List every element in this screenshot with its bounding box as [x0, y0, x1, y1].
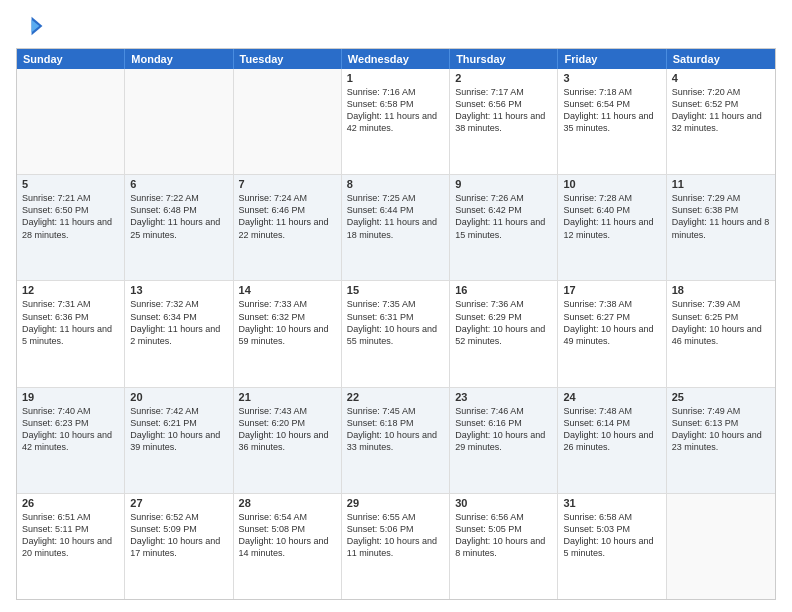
calendar-page: SundayMondayTuesdayWednesdayThursdayFrid… [0, 0, 792, 612]
calendar-cell: 11Sunrise: 7:29 AM Sunset: 6:38 PM Dayli… [667, 175, 775, 280]
calendar-cell: 4Sunrise: 7:20 AM Sunset: 6:52 PM Daylig… [667, 69, 775, 174]
day-number: 28 [239, 497, 336, 509]
calendar-row: 26Sunrise: 6:51 AM Sunset: 5:11 PM Dayli… [17, 494, 775, 599]
day-number: 24 [563, 391, 660, 403]
logo-icon [16, 12, 44, 40]
day-number: 19 [22, 391, 119, 403]
day-number: 8 [347, 178, 444, 190]
calendar-cell: 25Sunrise: 7:49 AM Sunset: 6:13 PM Dayli… [667, 388, 775, 493]
calendar-cell: 10Sunrise: 7:28 AM Sunset: 6:40 PM Dayli… [558, 175, 666, 280]
cell-detail: Sunrise: 7:32 AM Sunset: 6:34 PM Dayligh… [130, 298, 227, 347]
calendar: SundayMondayTuesdayWednesdayThursdayFrid… [16, 48, 776, 600]
cell-detail: Sunrise: 7:26 AM Sunset: 6:42 PM Dayligh… [455, 192, 552, 241]
calendar-cell: 26Sunrise: 6:51 AM Sunset: 5:11 PM Dayli… [17, 494, 125, 599]
day-number: 11 [672, 178, 770, 190]
calendar-cell: 16Sunrise: 7:36 AM Sunset: 6:29 PM Dayli… [450, 281, 558, 386]
cell-detail: Sunrise: 7:48 AM Sunset: 6:14 PM Dayligh… [563, 405, 660, 454]
cell-detail: Sunrise: 7:25 AM Sunset: 6:44 PM Dayligh… [347, 192, 444, 241]
calendar-cell: 8Sunrise: 7:25 AM Sunset: 6:44 PM Daylig… [342, 175, 450, 280]
day-number: 4 [672, 72, 770, 84]
calendar-cell: 20Sunrise: 7:42 AM Sunset: 6:21 PM Dayli… [125, 388, 233, 493]
weekday-header: Friday [558, 49, 666, 69]
day-number: 17 [563, 284, 660, 296]
calendar-cell [17, 69, 125, 174]
day-number: 31 [563, 497, 660, 509]
day-number: 18 [672, 284, 770, 296]
cell-detail: Sunrise: 7:45 AM Sunset: 6:18 PM Dayligh… [347, 405, 444, 454]
calendar-cell: 27Sunrise: 6:52 AM Sunset: 5:09 PM Dayli… [125, 494, 233, 599]
day-number: 22 [347, 391, 444, 403]
calendar-cell: 19Sunrise: 7:40 AM Sunset: 6:23 PM Dayli… [17, 388, 125, 493]
calendar-cell [234, 69, 342, 174]
cell-detail: Sunrise: 7:24 AM Sunset: 6:46 PM Dayligh… [239, 192, 336, 241]
calendar-cell: 21Sunrise: 7:43 AM Sunset: 6:20 PM Dayli… [234, 388, 342, 493]
weekday-header: Sunday [17, 49, 125, 69]
cell-detail: Sunrise: 6:52 AM Sunset: 5:09 PM Dayligh… [130, 511, 227, 560]
cell-detail: Sunrise: 7:21 AM Sunset: 6:50 PM Dayligh… [22, 192, 119, 241]
cell-detail: Sunrise: 7:35 AM Sunset: 6:31 PM Dayligh… [347, 298, 444, 347]
calendar-cell: 15Sunrise: 7:35 AM Sunset: 6:31 PM Dayli… [342, 281, 450, 386]
calendar-cell [667, 494, 775, 599]
calendar-cell: 13Sunrise: 7:32 AM Sunset: 6:34 PM Dayli… [125, 281, 233, 386]
calendar-row: 12Sunrise: 7:31 AM Sunset: 6:36 PM Dayli… [17, 281, 775, 387]
cell-detail: Sunrise: 7:18 AM Sunset: 6:54 PM Dayligh… [563, 86, 660, 135]
weekday-header: Saturday [667, 49, 775, 69]
cell-detail: Sunrise: 6:58 AM Sunset: 5:03 PM Dayligh… [563, 511, 660, 560]
day-number: 5 [22, 178, 119, 190]
cell-detail: Sunrise: 6:54 AM Sunset: 5:08 PM Dayligh… [239, 511, 336, 560]
calendar-cell: 18Sunrise: 7:39 AM Sunset: 6:25 PM Dayli… [667, 281, 775, 386]
calendar-row: 1Sunrise: 7:16 AM Sunset: 6:58 PM Daylig… [17, 69, 775, 175]
cell-detail: Sunrise: 6:55 AM Sunset: 5:06 PM Dayligh… [347, 511, 444, 560]
calendar-cell: 2Sunrise: 7:17 AM Sunset: 6:56 PM Daylig… [450, 69, 558, 174]
cell-detail: Sunrise: 7:31 AM Sunset: 6:36 PM Dayligh… [22, 298, 119, 347]
day-number: 10 [563, 178, 660, 190]
cell-detail: Sunrise: 7:38 AM Sunset: 6:27 PM Dayligh… [563, 298, 660, 347]
calendar-cell: 30Sunrise: 6:56 AM Sunset: 5:05 PM Dayli… [450, 494, 558, 599]
header [16, 12, 776, 40]
day-number: 29 [347, 497, 444, 509]
calendar-cell: 5Sunrise: 7:21 AM Sunset: 6:50 PM Daylig… [17, 175, 125, 280]
day-number: 9 [455, 178, 552, 190]
cell-detail: Sunrise: 6:51 AM Sunset: 5:11 PM Dayligh… [22, 511, 119, 560]
cell-detail: Sunrise: 7:16 AM Sunset: 6:58 PM Dayligh… [347, 86, 444, 135]
calendar-cell: 14Sunrise: 7:33 AM Sunset: 6:32 PM Dayli… [234, 281, 342, 386]
calendar-body: 1Sunrise: 7:16 AM Sunset: 6:58 PM Daylig… [17, 69, 775, 599]
calendar-cell: 23Sunrise: 7:46 AM Sunset: 6:16 PM Dayli… [450, 388, 558, 493]
cell-detail: Sunrise: 7:22 AM Sunset: 6:48 PM Dayligh… [130, 192, 227, 241]
weekday-header: Monday [125, 49, 233, 69]
calendar-cell: 7Sunrise: 7:24 AM Sunset: 6:46 PM Daylig… [234, 175, 342, 280]
calendar-cell [125, 69, 233, 174]
cell-detail: Sunrise: 7:17 AM Sunset: 6:56 PM Dayligh… [455, 86, 552, 135]
day-number: 7 [239, 178, 336, 190]
calendar-cell: 17Sunrise: 7:38 AM Sunset: 6:27 PM Dayli… [558, 281, 666, 386]
day-number: 21 [239, 391, 336, 403]
calendar-cell: 9Sunrise: 7:26 AM Sunset: 6:42 PM Daylig… [450, 175, 558, 280]
cell-detail: Sunrise: 7:46 AM Sunset: 6:16 PM Dayligh… [455, 405, 552, 454]
calendar-cell: 29Sunrise: 6:55 AM Sunset: 5:06 PM Dayli… [342, 494, 450, 599]
cell-detail: Sunrise: 7:39 AM Sunset: 6:25 PM Dayligh… [672, 298, 770, 347]
day-number: 12 [22, 284, 119, 296]
day-number: 25 [672, 391, 770, 403]
calendar-cell: 31Sunrise: 6:58 AM Sunset: 5:03 PM Dayli… [558, 494, 666, 599]
day-number: 3 [563, 72, 660, 84]
day-number: 27 [130, 497, 227, 509]
weekday-header: Wednesday [342, 49, 450, 69]
cell-detail: Sunrise: 7:43 AM Sunset: 6:20 PM Dayligh… [239, 405, 336, 454]
cell-detail: Sunrise: 7:33 AM Sunset: 6:32 PM Dayligh… [239, 298, 336, 347]
cell-detail: Sunrise: 7:36 AM Sunset: 6:29 PM Dayligh… [455, 298, 552, 347]
calendar-cell: 1Sunrise: 7:16 AM Sunset: 6:58 PM Daylig… [342, 69, 450, 174]
calendar-cell: 28Sunrise: 6:54 AM Sunset: 5:08 PM Dayli… [234, 494, 342, 599]
day-number: 20 [130, 391, 227, 403]
cell-detail: Sunrise: 7:28 AM Sunset: 6:40 PM Dayligh… [563, 192, 660, 241]
calendar-cell: 6Sunrise: 7:22 AM Sunset: 6:48 PM Daylig… [125, 175, 233, 280]
calendar-cell: 12Sunrise: 7:31 AM Sunset: 6:36 PM Dayli… [17, 281, 125, 386]
cell-detail: Sunrise: 7:40 AM Sunset: 6:23 PM Dayligh… [22, 405, 119, 454]
day-number: 23 [455, 391, 552, 403]
day-number: 26 [22, 497, 119, 509]
cell-detail: Sunrise: 7:42 AM Sunset: 6:21 PM Dayligh… [130, 405, 227, 454]
day-number: 13 [130, 284, 227, 296]
calendar-cell: 22Sunrise: 7:45 AM Sunset: 6:18 PM Dayli… [342, 388, 450, 493]
day-number: 1 [347, 72, 444, 84]
day-number: 2 [455, 72, 552, 84]
calendar-header: SundayMondayTuesdayWednesdayThursdayFrid… [17, 49, 775, 69]
